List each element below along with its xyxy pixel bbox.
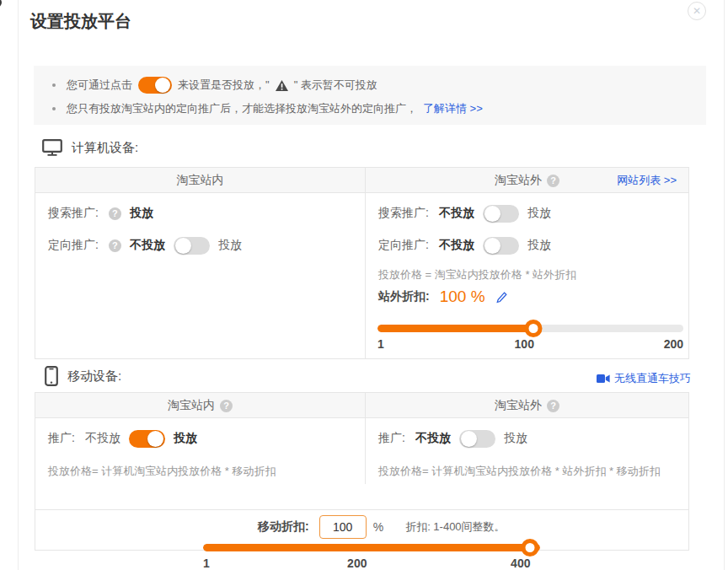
row-label: 定向推广: xyxy=(378,238,429,253)
computer-offsite-cell: 搜索推广: 不投放 投放 定向推广: 不投放 投放 投放价格 = 淘宝站内投放价… xyxy=(366,193,688,358)
slider-tick-min: 1 xyxy=(203,557,210,570)
off-label: 不投放 xyxy=(439,206,474,221)
offsite-search-toggle[interactable] xyxy=(483,205,519,223)
slider-tick-min: 1 xyxy=(377,337,384,351)
toggle-knob xyxy=(175,238,191,254)
mobile-onsite-promo-row: 推广: 不投放 投放 xyxy=(48,428,197,449)
off-label: 不投放 xyxy=(439,238,474,253)
slider-fill xyxy=(203,544,540,551)
computer-section-header: 计算机设备: xyxy=(42,139,138,156)
notice-text: 您只有投放淘宝站内的定向推广后，才能选择投放淘宝站外的定向推广， xyxy=(67,101,417,116)
slider-handle[interactable] xyxy=(522,539,539,557)
offsite-price-formula: 投放价格 = 淘宝站内投放价格 * 站外折扣 xyxy=(378,267,576,282)
mobile-onsite-header: 淘宝站内 xyxy=(35,393,365,418)
on-label: 投放 xyxy=(218,238,242,253)
state-label: 投放 xyxy=(130,206,153,221)
row-label: 定向推广: xyxy=(48,238,99,253)
notice-text: " 表示暂不可投放 xyxy=(294,78,377,93)
close-icon[interactable] xyxy=(688,2,706,20)
header-label: 淘宝站外 xyxy=(495,398,542,413)
slider-fill xyxy=(377,325,533,332)
wireless-tips-link[interactable]: 无线直通车技巧 xyxy=(614,371,691,386)
slider-tick-mid: 200 xyxy=(347,557,367,570)
percent-unit: % xyxy=(373,520,383,534)
edit-icon[interactable] xyxy=(495,291,508,304)
mobile-offsite-toggle[interactable] xyxy=(459,430,495,448)
notice-text: 来设置是否投放，" xyxy=(178,78,270,93)
phone-icon xyxy=(45,366,58,386)
discount-label: 移动折扣: xyxy=(258,519,309,535)
mobile-offsite-formula: 投放价格= 计算机淘宝站内投放价格 * 站外折扣 * 移动折扣 xyxy=(378,464,661,479)
discount-hint: 折扣: 1-400间整数。 xyxy=(405,519,505,535)
mobile-table: 淘宝站内 淘宝站外 推广: 不投放 投放 投放价格= 计算机淘宝站内投放价格 *… xyxy=(35,392,689,551)
dialog-right-border xyxy=(724,0,725,570)
mobile-discount-slider[interactable]: 1 200 400 xyxy=(203,544,540,570)
row-label: 搜索推广: xyxy=(48,206,99,221)
section-title: 计算机设备: xyxy=(72,140,138,156)
on-label: 投放 xyxy=(504,431,527,446)
mobile-discount-input[interactable] xyxy=(319,515,367,539)
mobile-section-header: 移动设备: xyxy=(45,366,121,386)
on-label: 投放 xyxy=(527,238,551,253)
notice-box: 您可通过点击 来设置是否投放，" " 表示暂不可投放 您只有投放淘宝站内的定向推… xyxy=(34,66,706,125)
offsite-discount-slider[interactable]: 1 100 200 xyxy=(377,325,683,358)
onsite-search-row: 搜索推广: 投放 xyxy=(48,203,153,223)
discount-value: 100 % xyxy=(440,288,485,306)
header-label: 淘宝站内 xyxy=(177,173,224,188)
row-label: 推广: xyxy=(48,431,75,446)
notice-line-1: 您可通过点击 来设置是否投放，" " 表示暂不可投放 xyxy=(52,74,377,96)
help-icon[interactable] xyxy=(547,175,559,187)
mobile-discount-controls: 移动折扣: % 折扣: 1-400间整数。 xyxy=(258,514,506,540)
off-label: 不投放 xyxy=(415,431,451,446)
slider-tick-max: 400 xyxy=(511,557,530,570)
toggle-knob xyxy=(461,431,477,447)
mobile-onsite-toggle[interactable] xyxy=(129,430,165,448)
help-icon[interactable] xyxy=(109,239,121,252)
offsite-target-row: 定向推广: 不投放 投放 xyxy=(378,235,551,255)
slider-track[interactable] xyxy=(203,544,540,551)
help-icon[interactable] xyxy=(220,400,233,412)
computer-onsite-header: 淘宝站内 xyxy=(35,168,365,193)
computer-onsite-cell: 搜索推广: 投放 定向推广: 不投放 投放 xyxy=(35,193,365,358)
help-icon[interactable] xyxy=(547,400,559,412)
section-title: 移动设备: xyxy=(67,368,121,384)
bullet-icon xyxy=(52,107,56,110)
warning-icon xyxy=(276,80,288,91)
onsite-target-row: 定向推广: 不投放 投放 xyxy=(48,235,242,255)
set-platform-dialog: 设置投放平台 您可通过点击 来设置是否投放，" " 表示暂不可投放 您只有投放淘… xyxy=(0,0,728,570)
offsite-discount: 站外折扣: 100 % xyxy=(378,288,508,306)
onsite-target-toggle[interactable] xyxy=(174,237,210,255)
corner-badge-icon xyxy=(0,0,2,8)
example-toggle[interactable] xyxy=(138,77,172,94)
notice-line-2: 您只有投放淘宝站内的定向推广后，才能选择投放淘宝站外的定向推广， 了解详情 >> xyxy=(52,98,483,120)
computer-table: 淘宝站内 淘宝站外 网站列表 >> 搜索推广: 投放 定向推广: 不投放 投放 xyxy=(35,167,689,359)
toggle-knob xyxy=(484,206,500,222)
on-label: 投放 xyxy=(174,431,197,446)
wireless-tips: 无线直通车技巧 xyxy=(597,371,691,386)
offsite-search-row: 搜索推广: 不投放 投放 xyxy=(378,203,551,223)
monitor-icon xyxy=(42,139,62,156)
offsite-target-toggle[interactable] xyxy=(483,237,519,255)
site-list-link[interactable]: 网站列表 >> xyxy=(617,168,677,193)
notice-text: 您可通过点击 xyxy=(67,78,132,93)
slider-tick-max: 200 xyxy=(664,337,683,351)
off-label: 不投放 xyxy=(130,238,165,253)
row-label: 搜索推广: xyxy=(378,206,429,221)
mobile-offsite-promo-row: 推广: 不投放 投放 xyxy=(378,428,527,449)
help-icon[interactable] xyxy=(109,207,121,220)
row-label: 推广: xyxy=(378,431,405,446)
header-label: 淘宝站外 xyxy=(495,173,542,188)
toggle-knob xyxy=(147,431,163,447)
slider-handle[interactable] xyxy=(525,320,543,337)
on-label: 投放 xyxy=(527,206,551,221)
slider-tick-mid: 100 xyxy=(515,337,534,351)
discount-label: 站外折扣: xyxy=(378,289,430,304)
video-icon xyxy=(597,374,610,384)
bullet-icon xyxy=(52,83,56,87)
dialog-left-border xyxy=(18,0,19,570)
page-title: 设置投放平台 xyxy=(30,10,131,33)
learn-more-link[interactable]: 了解详情 >> xyxy=(423,101,483,116)
mobile-onsite-formula: 投放价格= 计算机淘宝站内投放价格 * 移动折扣 xyxy=(48,464,276,479)
toggle-knob xyxy=(155,78,170,93)
mobile-discount-row: 移动折扣: % 折扣: 1-400间整数。 1 200 400 xyxy=(35,509,688,550)
